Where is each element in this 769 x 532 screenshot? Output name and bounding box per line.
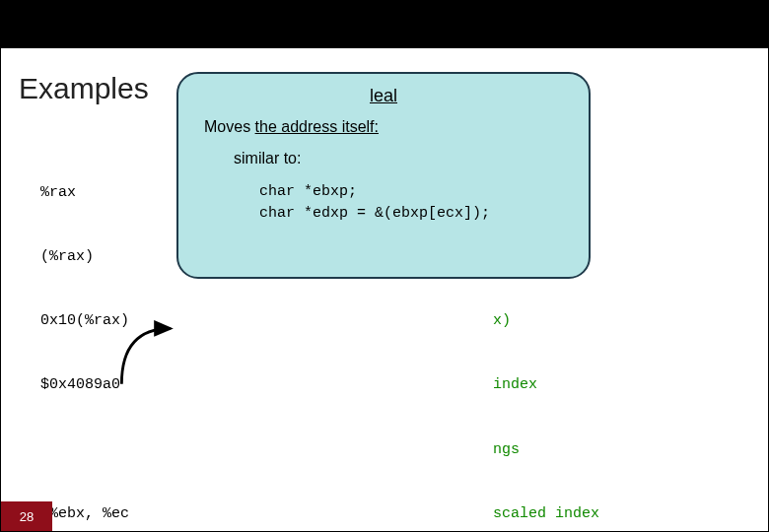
code-line-5: ngs	[40, 439, 748, 461]
code-l3-left: 0x10(%rax)	[40, 312, 129, 329]
callout-similar: similar to:	[234, 150, 573, 167]
code-l4-right: index	[493, 376, 537, 393]
slide-title: Examples	[19, 72, 149, 105]
callout-code-1: char *ebxp;	[259, 181, 573, 203]
code-line-6: (%ebx, %ec scaled index	[40, 503, 748, 525]
code-l1-left: %rax	[40, 184, 76, 201]
callout-box: leal Moves the address itself: similar t…	[176, 72, 591, 279]
callout-moves-underline: the address itself:	[255, 118, 379, 135]
code-l5-right: ngs	[493, 441, 520, 458]
top-black-bar	[1, 1, 768, 48]
callout-code-2: char *edxp = &(ebxp[ecx]);	[259, 203, 573, 225]
slide: Examples %rax ax is data (%rax) to by ra…	[0, 0, 769, 532]
code-l6-right: scaled index	[493, 505, 599, 522]
code-l2-left: (%rax)	[40, 248, 94, 265]
code-l4-left: $0x4089a0	[40, 376, 120, 393]
page-number: 28	[1, 501, 52, 531]
code-l3-right: x)	[493, 312, 511, 329]
callout-title: leal	[194, 86, 573, 106]
callout-code: char *ebxp; char *edxp = &(ebxp[ecx]);	[259, 181, 573, 225]
callout-moves-prefix: Moves	[204, 118, 255, 135]
code-line-3: 0x10(%rax) x)	[40, 310, 748, 332]
callout-moves: Moves the address itself:	[204, 118, 573, 136]
code-l6-left: (%ebx, %ec	[40, 505, 129, 522]
code-line-4: $0x4089a0 index	[40, 374, 748, 396]
